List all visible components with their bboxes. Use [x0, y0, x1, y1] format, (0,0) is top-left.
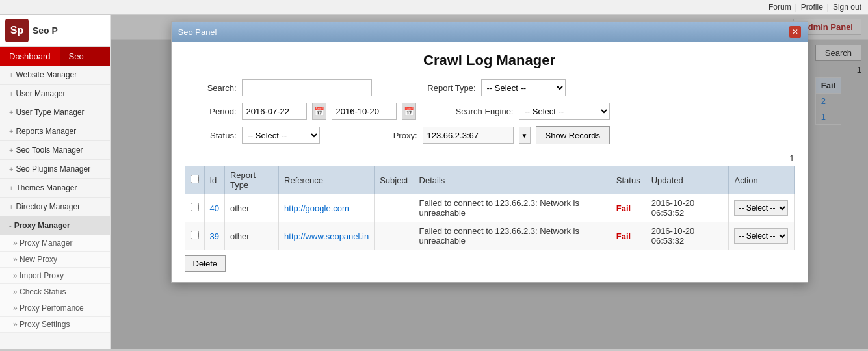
row-checkbox-2[interactable] — [191, 231, 199, 239]
td-report-type-1: other — [224, 194, 278, 222]
proxy-dropdown-button[interactable]: ▼ — [519, 127, 531, 144]
sidebar-subitem-proxy-manager[interactable]: Proxy Manager — [0, 235, 110, 252]
sidebar-logo-text: Seo P — [33, 25, 58, 36]
minus-icon: - — [9, 222, 12, 229]
table-header-row: Id Report Type Reference Subject Details… — [185, 166, 794, 194]
sidebar-item-label: User Type Manager — [16, 108, 84, 117]
th-action: Action — [729, 166, 794, 194]
top-bar: Forum | Profile | Sign out — [0, 0, 868, 15]
status-select[interactable]: -- Select -- — [242, 127, 320, 144]
td-subject-1 — [375, 194, 414, 222]
td-status-1: Fail — [611, 194, 646, 222]
action-select-2[interactable]: -- Select -- — [734, 228, 788, 244]
subitem-label: Check Status — [20, 287, 66, 296]
td-updated-1: 2016-10-20 06:53:52 — [646, 194, 729, 222]
sidebar-item-directory-manager[interactable]: + Directory Manager — [0, 198, 110, 216]
action-select-1[interactable]: -- Select -- — [734, 200, 788, 216]
plus-icon: + — [9, 165, 13, 173]
calendar-from-icon[interactable]: 📅 — [312, 103, 326, 120]
tab-seo[interactable]: Seo — [60, 47, 93, 66]
page-number: 1 — [789, 153, 794, 163]
modal-close-button[interactable]: ✕ — [789, 26, 801, 38]
td-id-2: 39 — [204, 222, 224, 250]
proxy-label: Proxy: — [385, 131, 417, 140]
td-id-1: 40 — [204, 194, 224, 222]
sidebar-item-seo-plugins-manager[interactable]: + Seo Plugins Manager — [0, 160, 110, 179]
proxy-dropdown-icon: ▼ — [519, 127, 531, 144]
data-table: Id Report Type Reference Subject Details… — [185, 166, 795, 250]
sidebar: Sp Seo P Dashboard Seo + Website Manager… — [0, 15, 111, 349]
show-records-button[interactable]: Show Records — [536, 126, 611, 144]
sidebar-item-website-manager[interactable]: + Website Manager — [0, 66, 110, 84]
reference-link-1[interactable]: http://google.com — [284, 203, 349, 213]
search-input[interactable] — [242, 79, 372, 96]
signout-link[interactable]: Sign out — [833, 3, 861, 12]
th-status: Status — [611, 166, 646, 194]
sidebar-item-label: Directory Manager — [16, 202, 80, 211]
sidebar-subitem-proxy-settings[interactable]: Proxy Settings — [0, 317, 110, 333]
plus-icon: + — [9, 184, 13, 192]
reference-link-2[interactable]: http://www.seopanel.in — [284, 231, 369, 241]
date-from-input[interactable] — [242, 103, 307, 120]
report-type-group: Report Type: -- Select -- — [424, 79, 566, 96]
main-content: Admin Panel Search 1 Fail — [111, 15, 868, 349]
forum-link[interactable]: Forum — [769, 3, 791, 12]
sidebar-item-reports-manager[interactable]: + Reports Manager — [0, 122, 110, 141]
date-to-input[interactable] — [332, 103, 397, 120]
row-checkbox-1[interactable] — [191, 203, 199, 211]
form-row-3: Status: -- Select -- Proxy: ▼ Show Reco — [185, 126, 795, 144]
status-badge-1: Fail — [616, 203, 631, 213]
td-checkbox-1 — [185, 194, 204, 222]
sidebar-item-label: Seo Plugins Manager — [16, 164, 90, 174]
profile-link[interactable]: Profile — [801, 3, 823, 12]
td-subject-2 — [375, 222, 414, 250]
plus-icon: + — [9, 146, 13, 154]
calendar-to-icon[interactable]: 📅 — [402, 103, 416, 120]
table-row: 40 other http://google.com Failed to con… — [185, 194, 794, 222]
plus-icon: + — [9, 127, 13, 135]
select-all-checkbox[interactable] — [191, 175, 199, 183]
th-reference: Reference — [279, 166, 375, 194]
th-subject: Subject — [375, 166, 414, 194]
sidebar-logo: Sp — [5, 19, 29, 42]
sidebar-section: + Website Manager + User Manager + User … — [0, 66, 110, 333]
th-updated: Updated — [646, 166, 729, 194]
report-type-label: Report Type: — [424, 83, 476, 93]
sidebar-item-user-type-manager[interactable]: + User Type Manager — [0, 103, 110, 122]
plus-icon: + — [9, 71, 13, 79]
proxy-input[interactable] — [423, 127, 514, 144]
search-engine-label: Search Engine: — [449, 107, 514, 116]
th-checkbox — [185, 166, 204, 194]
sidebar-subitem-check-status[interactable]: Check Status — [0, 284, 110, 300]
id-link-1[interactable]: 40 — [210, 203, 219, 213]
subitem-label: Proxy Perfomance — [20, 304, 84, 313]
modal-overlay: Seo Panel ✕ Crawl Log Manager Search: Re… — [111, 15, 868, 349]
sidebar-subitem-proxy-perfomance[interactable]: Proxy Perfomance — [0, 300, 110, 317]
subitem-label: Import Proxy — [20, 271, 64, 280]
sidebar-item-seo-tools-manager[interactable]: + Seo Tools Manager — [0, 141, 110, 160]
status-badge-2: Fail — [616, 231, 631, 241]
nav-tabs-top: Dashboard Seo — [0, 47, 110, 66]
modal: Seo Panel ✕ Crawl Log Manager Search: Re… — [171, 21, 808, 283]
sidebar-item-themes-manager[interactable]: + Themes Manager — [0, 179, 110, 198]
search-engine-select[interactable]: -- Select -- — [519, 103, 610, 120]
pagination-row: 1 — [185, 151, 795, 166]
sidebar-item-user-manager[interactable]: + User Manager — [0, 84, 110, 103]
sidebar-item-proxy-manager[interactable]: - Proxy Manager — [0, 216, 110, 235]
sidebar-subitem-new-proxy[interactable]: New Proxy — [0, 252, 110, 268]
modal-title-label: Seo Panel — [178, 27, 217, 37]
search-engine-group: Search Engine: -- Select -- — [449, 103, 610, 120]
td-report-type-2: other — [224, 222, 278, 250]
td-status-2: Fail — [611, 222, 646, 250]
form-row-1: Search: Report Type: -- Select -- — [185, 79, 795, 96]
td-details-1: Failed to connect to 123.66.2.3: Network… — [414, 194, 611, 222]
report-type-select[interactable]: -- Select -- — [481, 79, 566, 96]
status-label: Status: — [185, 131, 237, 140]
tab-dashboard[interactable]: Dashboard — [0, 47, 60, 66]
delete-button[interactable]: Delete — [185, 255, 226, 272]
table-row: 39 other http://www.seopanel.in Failed t… — [185, 222, 794, 250]
sidebar-subitem-import-proxy[interactable]: Import Proxy — [0, 268, 110, 284]
sidebar-header: Sp Seo P — [0, 15, 110, 47]
id-link-2[interactable]: 39 — [210, 231, 219, 241]
period-group: Period: 📅 📅 — [185, 103, 416, 120]
